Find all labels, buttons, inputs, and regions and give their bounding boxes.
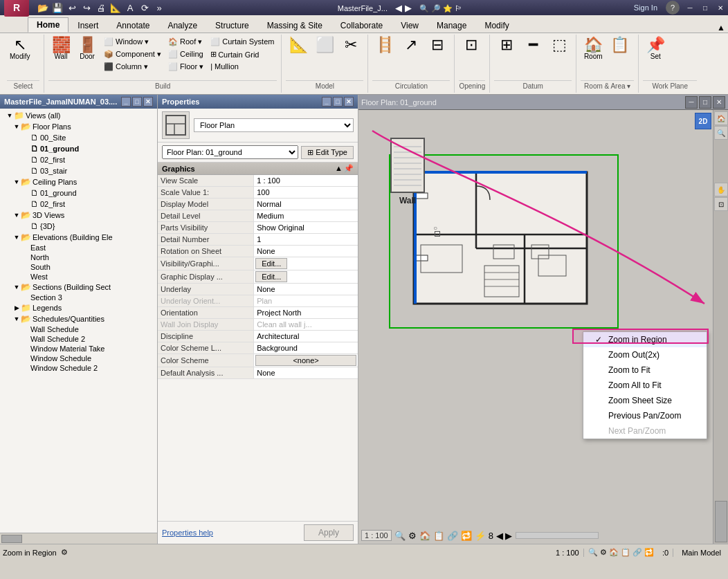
nav-house-btn[interactable]: 🏠 bbox=[714, 111, 728, 125]
tab-annotate[interactable]: Annotate bbox=[107, 17, 158, 33]
viewport-minimize-btn[interactable]: ─ bbox=[685, 96, 698, 109]
prop-value-color-scheme-loc[interactable]: Background bbox=[254, 342, 358, 354]
vp-icon3[interactable]: 🏠 bbox=[419, 531, 430, 541]
window-button[interactable]: ⬜ Window ▾ bbox=[101, 36, 164, 48]
tab-manage[interactable]: Manage bbox=[428, 17, 475, 33]
curtain-system-button[interactable]: ⬜ Curtain System bbox=[208, 36, 277, 48]
props-graphics-section[interactable]: Graphics ▲ 📌 bbox=[158, 163, 358, 175]
apply-button[interactable]: Apply bbox=[304, 524, 354, 541]
prop-value-orientation[interactable]: Project North bbox=[254, 307, 358, 319]
expander-ceiling[interactable]: ▼ bbox=[12, 178, 21, 185]
tree-item-3d[interactable]: 🗋 {3D} bbox=[1, 221, 156, 232]
tree-item-00site[interactable]: 🗋 00_Site bbox=[1, 132, 156, 143]
props-min-btn[interactable]: _ bbox=[322, 97, 331, 107]
prop-value-underlay-orient[interactable]: Plan bbox=[254, 295, 358, 307]
props-max-btn[interactable]: □ bbox=[333, 97, 343, 107]
tree-item-ceiling-plans[interactable]: ▼ 📂 Ceiling Plans bbox=[1, 176, 156, 187]
maximize-button[interactable]: □ bbox=[700, 3, 710, 12]
props-section-pin[interactable]: 📌 bbox=[344, 164, 354, 173]
scrollbar-thumb-h[interactable] bbox=[1, 535, 22, 543]
viewport-scrollbar-thumb[interactable] bbox=[715, 501, 727, 542]
context-menu-item-zoom-fit[interactable]: Zoom to Fit bbox=[583, 362, 707, 378]
sync-button[interactable]: ⟳ bbox=[138, 1, 152, 15]
prop-value-view-scale[interactable]: 1 : 100 bbox=[254, 175, 358, 187]
props-close-btn[interactable]: ✕ bbox=[344, 97, 354, 107]
tab-home[interactable]: Home bbox=[28, 17, 69, 33]
prop-value-parts-visibility[interactable]: Show Original bbox=[254, 222, 358, 234]
tree-item-winsched[interactable]: Window Schedule bbox=[1, 353, 156, 363]
tree-item-section3[interactable]: Section 3 bbox=[1, 293, 156, 302]
redo-button[interactable]: ↪ bbox=[80, 1, 93, 15]
measure-button[interactable]: 📐 bbox=[109, 1, 122, 15]
tree-item-02first[interactable]: 🗋 02_first bbox=[1, 154, 156, 165]
tree-item-3d-views[interactable]: ▼ 📂 3D Views bbox=[1, 210, 156, 221]
context-menu-item-zoom-all[interactable]: Zoom All to Fit bbox=[583, 378, 707, 393]
tree-item-south[interactable]: South bbox=[1, 262, 156, 272]
save-button[interactable]: 💾 bbox=[51, 1, 64, 15]
2d-view-button[interactable]: 2D bbox=[695, 113, 711, 129]
railing-button[interactable]: ⊟ bbox=[425, 36, 450, 54]
vp-icon9[interactable]: ◀ ▶ bbox=[496, 531, 513, 541]
tree-item-west[interactable]: West bbox=[1, 272, 156, 282]
panel-maximize-btn[interactable]: □ bbox=[132, 97, 142, 107]
expander-sections[interactable]: ▼ bbox=[12, 284, 21, 291]
tree-item-floor-plans[interactable]: ▼ 📂 Floor Plans bbox=[1, 121, 156, 132]
properties-help-link[interactable]: Properties help bbox=[162, 529, 213, 537]
minimize-button[interactable]: ─ bbox=[685, 3, 695, 12]
sign-in-button[interactable]: Sign In bbox=[631, 3, 660, 12]
panel-close-btn[interactable]: ✕ bbox=[143, 97, 153, 107]
ceiling-button[interactable]: ⬜ Ceiling bbox=[165, 48, 206, 60]
text-button[interactable]: A bbox=[123, 1, 137, 15]
prop-value-discipline[interactable]: Architectural bbox=[254, 331, 358, 342]
graphic-display-edit-button[interactable]: Edit... bbox=[255, 271, 287, 282]
level-button[interactable]: ━ bbox=[520, 36, 545, 54]
viewport-close-btn[interactable]: ✕ bbox=[713, 96, 725, 109]
context-menu-item-zoom-out[interactable]: Zoom Out(2x) bbox=[583, 347, 707, 362]
tab-modify[interactable]: Modify bbox=[475, 17, 518, 33]
nav-fit-btn[interactable]: ⊡ bbox=[714, 197, 728, 211]
set-workplane-button[interactable]: 📌 Set bbox=[643, 36, 668, 62]
undo-button[interactable]: ↩ bbox=[65, 1, 79, 15]
vp-icon7[interactable]: ⚡ bbox=[475, 531, 486, 541]
grid-button[interactable]: ⊞ bbox=[494, 36, 519, 54]
vp-icon2[interactable]: ⚙ bbox=[408, 531, 417, 541]
tree-item-elevations[interactable]: ▼ 📂 Elevations (Building Ele bbox=[1, 232, 156, 243]
tree-item-east[interactable]: East bbox=[1, 243, 156, 252]
room-button[interactable]: 🏠 Room bbox=[581, 36, 606, 62]
tree-item-legends[interactable]: ▶ 📁 Legends bbox=[1, 302, 156, 313]
roof-button[interactable]: 🏠 Roof ▾ bbox=[165, 36, 206, 48]
tab-collaborate[interactable]: Collaborate bbox=[331, 17, 392, 33]
curtain-grid-button[interactable]: ⊞ Curtain Grid bbox=[208, 48, 277, 60]
floor-button[interactable]: ⬜ Floor ▾ bbox=[165, 61, 206, 73]
viewport-body[interactable]: 2D 🏠 🔍 ✋ ⊡ bbox=[358, 110, 728, 544]
tab-view[interactable]: View bbox=[392, 17, 428, 33]
tree-item-schedules[interactable]: ▼ 📂 Schedules/Quantities bbox=[1, 313, 156, 324]
expander-views-all[interactable]: ▼ bbox=[6, 112, 14, 119]
mullion-button[interactable]: | Mullion bbox=[208, 61, 277, 72]
prop-value-detail-number[interactable]: 1 bbox=[254, 234, 358, 246]
expander-floor-plans[interactable]: ▼ bbox=[12, 123, 21, 130]
opening-cut-button[interactable]: ✂ bbox=[338, 36, 363, 54]
prop-value-scale-value[interactable]: 100 bbox=[254, 187, 358, 199]
prop-value-wall-join[interactable]: Clean all wall j... bbox=[254, 319, 358, 331]
open-button[interactable]: 📂 bbox=[36, 1, 50, 15]
tab-analyze[interactable]: Analyze bbox=[158, 17, 206, 33]
tree-item-windowmat[interactable]: Window Material Take bbox=[1, 344, 156, 353]
tab-structure[interactable]: Structure bbox=[206, 17, 258, 33]
vp-icon1[interactable]: 🔍 bbox=[394, 531, 406, 541]
component-button[interactable]: 📦 Component ▾ bbox=[101, 48, 164, 60]
prop-value-rotation[interactable]: None bbox=[254, 246, 358, 257]
edit-type-button[interactable]: ⊞ Edit Type bbox=[301, 146, 354, 159]
tree-item-wallsched[interactable]: Wall Schedule bbox=[1, 324, 156, 334]
expander-elevations[interactable]: ▼ bbox=[12, 234, 21, 241]
prop-value-display-model[interactable]: Normal bbox=[254, 199, 358, 210]
model-line-button[interactable]: 📐 bbox=[286, 36, 311, 54]
expander-3d[interactable]: ▼ bbox=[12, 212, 21, 219]
column-button[interactable]: ⬛ Column ▾ bbox=[101, 61, 164, 73]
color-scheme-button[interactable]: <none> bbox=[255, 355, 356, 366]
close-button[interactable]: ✕ bbox=[716, 3, 725, 12]
tab-insert[interactable]: Insert bbox=[69, 17, 107, 33]
context-menu-item-zoom-region[interactable]: ✓ Zoom in Region bbox=[583, 332, 707, 347]
stair-button[interactable]: 🪜 bbox=[372, 36, 397, 54]
app-menu-button[interactable]: R bbox=[4, 0, 29, 17]
